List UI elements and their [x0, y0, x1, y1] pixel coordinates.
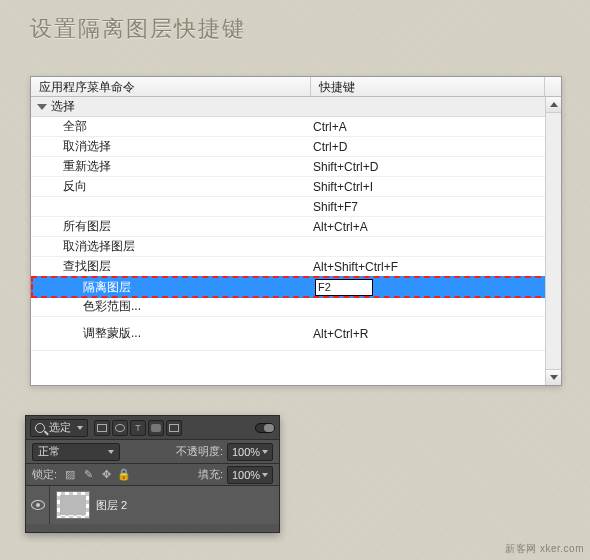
layer-row[interactable]: 图层 2: [26, 486, 279, 524]
table-row[interactable]: 取消选择图层: [31, 237, 561, 257]
table-row[interactable]: 查找图层 Alt+Shift+Ctrl+F: [31, 257, 561, 277]
opacity-label: 不透明度:: [176, 444, 223, 459]
cmd-label: 查找图层: [31, 258, 311, 275]
chevron-down-icon: [37, 104, 47, 110]
table-row[interactable]: Shift+F7: [31, 197, 561, 217]
cmd-label: 色彩范围...: [31, 298, 311, 315]
rows-container: 全部 Ctrl+A 取消选择 Ctrl+D 重新选择 Shift+Ctrl+D …: [31, 117, 561, 385]
layers-blend-row: 正常 不透明度: 100%: [26, 440, 279, 464]
cmd-shortcut: Shift+F7: [311, 200, 561, 214]
cmd-shortcut: Alt+Ctrl+R: [311, 327, 561, 341]
cmd-shortcut: Alt+Shift+Ctrl+F: [311, 260, 561, 274]
filter-kind-label: 选定: [49, 420, 71, 435]
fill-label: 填充:: [198, 467, 223, 482]
scroll-up-button[interactable]: [546, 97, 561, 113]
cmd-shortcut: Ctrl+D: [311, 140, 561, 154]
lock-pixels-icon[interactable]: ✎: [81, 468, 95, 482]
layer-name[interactable]: 图层 2: [96, 498, 127, 513]
filter-icons: T: [94, 420, 182, 436]
cmd-label: 反向: [31, 178, 311, 195]
table-row[interactable]: 调整蒙版... Alt+Ctrl+R: [31, 317, 561, 351]
table-row-selected[interactable]: 隔离图层: [31, 276, 561, 298]
cmd-label: 隔离图层: [33, 279, 313, 296]
section-label: 选择: [51, 98, 75, 115]
cmd-shortcut-edit: [313, 279, 559, 296]
table-row[interactable]: 重新选择 Shift+Ctrl+D: [31, 157, 561, 177]
fill-value: 100%: [232, 469, 260, 481]
lock-all-icon[interactable]: 🔒: [117, 468, 131, 482]
cmd-label: 取消选择图层: [31, 238, 311, 255]
layer-visibility-toggle[interactable]: [26, 486, 50, 524]
filter-shape-icon[interactable]: [148, 420, 164, 436]
chevron-down-icon: [262, 473, 268, 477]
table-row[interactable]: 所有图层 Alt+Ctrl+A: [31, 217, 561, 237]
chevron-down-icon: [77, 426, 83, 430]
lock-label: 锁定:: [32, 467, 57, 482]
filter-pixel-icon[interactable]: [94, 420, 110, 436]
page-title: 设置隔离图层快捷键: [30, 14, 246, 44]
cmd-shortcut: Alt+Ctrl+A: [311, 220, 561, 234]
layers-lock-row: 锁定: ▨ ✎ ✥ 🔒 填充: 100%: [26, 464, 279, 486]
table-row[interactable]: 反向 Shift+Ctrl+I: [31, 177, 561, 197]
table-row[interactable]: 全部 Ctrl+A: [31, 117, 561, 137]
cmd-label: 全部: [31, 118, 311, 135]
header-shortcut[interactable]: 快捷键: [311, 77, 545, 96]
layers-filter-row: 选定 T: [26, 416, 279, 440]
chevron-down-icon: [262, 450, 268, 454]
blend-mode-dropdown[interactable]: 正常: [32, 443, 120, 461]
watermark: 新客网 xker.com: [505, 542, 584, 556]
opacity-value: 100%: [232, 446, 260, 458]
table-row[interactable]: 色彩范围...: [31, 297, 561, 317]
vertical-scrollbar[interactable]: [545, 97, 561, 385]
cmd-label: 调整蒙版...: [31, 325, 311, 342]
fill-input[interactable]: 100%: [227, 466, 273, 484]
cmd-label: 重新选择: [31, 158, 311, 175]
layers-panel: 选定 T 正常 不透明度: 100% 锁定: ▨ ✎ ✥: [25, 415, 280, 533]
filter-toggle[interactable]: [255, 423, 275, 433]
search-icon: [35, 423, 45, 433]
filter-adjust-icon[interactable]: [112, 420, 128, 436]
eye-icon: [31, 500, 45, 510]
scroll-down-button[interactable]: [546, 369, 561, 385]
shortcut-table: 应用程序菜单命令 快捷键 选择 全部 Ctrl+A 取消选择 Ctrl+D 重新…: [30, 76, 562, 386]
table-header: 应用程序菜单命令 快捷键: [31, 77, 561, 97]
filter-smart-icon[interactable]: [166, 420, 182, 436]
cmd-label: 取消选择: [31, 138, 311, 155]
cmd-label: 所有图层: [31, 218, 311, 235]
filter-type-icon[interactable]: T: [130, 420, 146, 436]
blend-mode-value: 正常: [38, 444, 60, 459]
filter-kind-dropdown[interactable]: 选定: [30, 419, 88, 437]
lock-transparency-icon[interactable]: ▨: [63, 468, 77, 482]
opacity-input[interactable]: 100%: [227, 443, 273, 461]
layer-thumbnail[interactable]: [56, 491, 90, 519]
chevron-down-icon: [108, 450, 114, 454]
header-command[interactable]: 应用程序菜单命令: [31, 77, 311, 96]
scroll-track[interactable]: [546, 113, 561, 369]
cmd-shortcut: Shift+Ctrl+D: [311, 160, 561, 174]
lock-position-icon[interactable]: ✥: [99, 468, 113, 482]
section-select[interactable]: 选择: [31, 97, 561, 117]
header-spacer: [545, 77, 561, 96]
shortcut-input[interactable]: [315, 279, 373, 296]
table-row[interactable]: 取消选择 Ctrl+D: [31, 137, 561, 157]
cmd-shortcut: Ctrl+A: [311, 120, 561, 134]
cmd-shortcut: Shift+Ctrl+I: [311, 180, 561, 194]
